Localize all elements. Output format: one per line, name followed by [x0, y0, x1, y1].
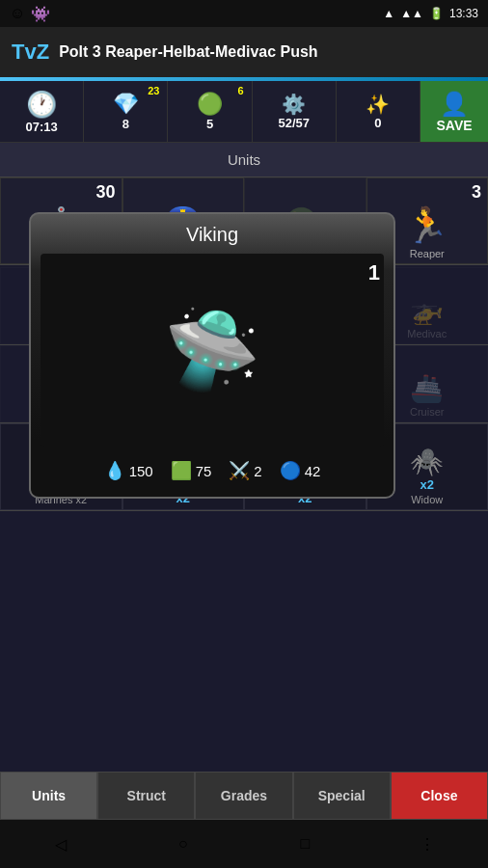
viking-stat-vespene: 🟩 75	[171, 460, 212, 481]
clock-icon: 🕐	[26, 90, 57, 120]
status-icons-right: ▲ ▲▲ 🔋 13:33	[383, 7, 478, 20]
viking-stat-mineral: 💧 150	[104, 460, 153, 481]
nav-home-button[interactable]: ○	[169, 829, 198, 858]
battery-icon: 🔋	[429, 7, 444, 20]
status-bar: ☺ 👾 ▲ ▲▲ 🔋 13:33	[0, 0, 488, 27]
vespene-resource: 6 🟢 5	[168, 81, 252, 142]
status-icons-left: ☺ 👾	[10, 5, 50, 23]
save-label: SAVE	[436, 118, 472, 133]
timer-value: 07:13	[25, 120, 57, 134]
nav-menu-button[interactable]: ⋮	[413, 829, 442, 858]
tab-special[interactable]: Special	[293, 772, 391, 820]
viking-stats: 💧 150 🟩 75 ⚔️ 2 🔵 42	[31, 460, 393, 481]
tab-close[interactable]: Close	[391, 772, 488, 820]
medivac-label: Medivac	[407, 328, 447, 339]
energy-icon: ✨	[366, 93, 390, 116]
nav-back-button[interactable]: ◁	[46, 829, 75, 858]
minerals-resource: 23 💎 8	[84, 81, 168, 142]
units-label-text: Units	[228, 151, 260, 168]
minerals-badge: 23	[148, 85, 159, 96]
vespene-stat-icon: 🟩	[171, 460, 192, 481]
android-icon: 👾	[31, 5, 50, 23]
minerals-icon: 💎	[113, 92, 139, 117]
widow-icon: 🕷️	[410, 446, 444, 477]
viking-stat-time: 🔵 42	[280, 460, 321, 481]
energy-resource: ✨ 0	[337, 81, 420, 142]
minerals-value: 8	[122, 117, 129, 131]
title-text: Polt 3 Reaper-Helbat-Medivac Push	[59, 43, 318, 61]
viking-popup-title: Viking	[31, 214, 393, 254]
tab-struct[interactable]: Struct	[97, 772, 195, 820]
wifi-icon: ▲	[383, 7, 394, 20]
viking-ship-image: 🛸	[164, 305, 260, 395]
supply-stat-icon: ⚔️	[229, 460, 250, 481]
tab-grades[interactable]: Grades	[195, 772, 292, 820]
cruiser-label: Cruiser	[410, 406, 444, 418]
menu-icon: ⋮	[420, 835, 435, 854]
title-prefix: TvZ	[12, 40, 49, 65]
resource-bar: 🕐 07:13 23 💎 8 6 🟢 5 ⚙️ 52/57 ✨ 0 👤 SAVE	[0, 81, 488, 143]
reaper-count: 3	[472, 182, 481, 203]
smiley-icon: ☺	[10, 5, 25, 22]
bottom-tabs: Units Struct Grades Special Close	[0, 772, 488, 820]
supply-stat-value: 2	[254, 463, 261, 479]
tab-units[interactable]: Units	[0, 772, 97, 820]
vespene-badge: 6	[237, 85, 243, 96]
scv-count: 30	[95, 182, 115, 203]
time-display: 13:33	[449, 7, 478, 20]
supply-icon: ⚙️	[282, 93, 306, 116]
medivac-icon: 🚁	[410, 294, 444, 326]
home-icon: ○	[178, 835, 188, 853]
vespene-value: 5	[206, 117, 213, 131]
recent-icon: □	[300, 835, 310, 853]
viking-popup: Viking 🛸 1 💧 150 🟩 75 ⚔️ 2 🔵 42	[29, 212, 395, 499]
reaper-label: Reaper	[410, 248, 445, 259]
title-bar: TvZ Polt 3 Reaper-Helbat-Medivac Push	[0, 27, 488, 77]
vespene-icon: 🟢	[197, 92, 223, 117]
viking-count: 1	[368, 260, 380, 285]
back-icon: ◁	[55, 835, 67, 854]
supply-value: 52/57	[278, 116, 310, 130]
vespene-stat-value: 75	[196, 463, 212, 479]
time-stat-value: 42	[305, 463, 321, 479]
nav-recent-button[interactable]: □	[290, 829, 319, 858]
energy-value: 0	[374, 116, 381, 130]
mineral-stat-icon: 💧	[104, 460, 125, 481]
android-nav-bar: ◁ ○ □ ⋮	[0, 820, 488, 868]
widow-label: Widow	[411, 494, 443, 505]
viking-stat-supply: ⚔️ 2	[229, 460, 261, 481]
reaper-icon: 🏃	[405, 205, 448, 246]
mineral-stat-value: 150	[129, 463, 153, 479]
widow-x2-badge: x2	[420, 477, 434, 492]
time-stat-icon: 🔵	[280, 460, 301, 481]
timer-resource: 🕐 07:13	[0, 81, 84, 142]
supply-resource: ⚙️ 52/57	[253, 81, 337, 142]
cruiser-icon: 🚢	[410, 372, 444, 404]
viking-image-area: 🛸	[41, 254, 384, 447]
units-section-label: Units	[0, 143, 488, 177]
save-icon: 👤	[440, 91, 469, 118]
save-button[interactable]: 👤 SAVE	[420, 81, 488, 142]
signal-icon: ▲▲	[400, 7, 423, 20]
